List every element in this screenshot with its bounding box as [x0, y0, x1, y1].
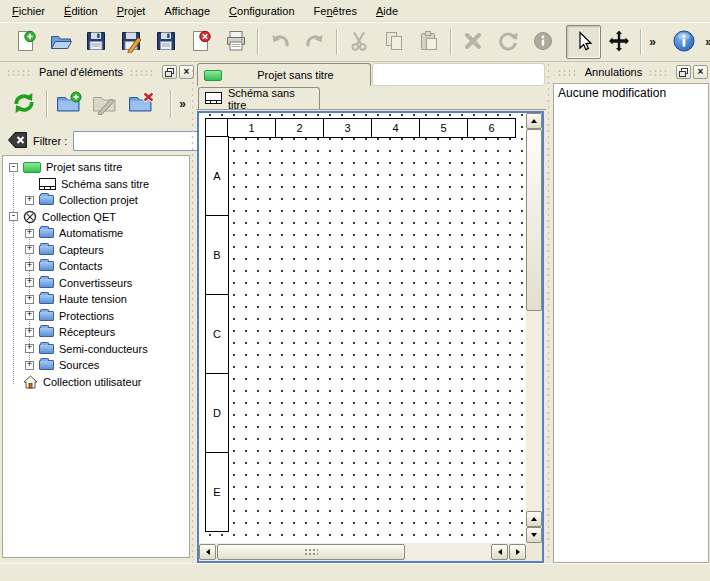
float-dock-button[interactable] — [676, 65, 691, 79]
menu-edition[interactable]: Édition — [56, 2, 106, 20]
float-dock-button[interactable] — [162, 65, 177, 79]
tree-item-convertisseurs[interactable]: + Convertisseurs — [3, 275, 189, 292]
undo-list-item[interactable]: Aucune modification — [554, 84, 708, 102]
tree-item-label: Contacts — [59, 260, 102, 272]
tab-schema-sans-titre[interactable]: Schéma sans titre — [198, 87, 320, 109]
tree-item-collection-qet[interactable]: - Collection QET — [3, 209, 189, 226]
vertical-scroll-thumb[interactable] — [526, 129, 542, 311]
schema-icon — [39, 178, 56, 190]
tab-projet-sans-titre[interactable]: Projet sans titre — [197, 63, 371, 86]
tree-item-protections[interactable]: + Protections — [3, 308, 189, 325]
scroll-up-button[interactable] — [526, 113, 542, 129]
expand-icon[interactable]: + — [25, 328, 34, 337]
expand-icon[interactable]: + — [25, 344, 34, 353]
new-category-button[interactable] — [51, 86, 87, 122]
redo-button[interactable] — [297, 25, 332, 59]
undo-icon — [268, 29, 292, 55]
menu-fichier[interactable]: Fichier — [4, 2, 53, 20]
horizontal-scrollbar[interactable] — [199, 543, 526, 561]
info-disabled-icon — [531, 29, 555, 55]
tree-item-automatisme[interactable]: + Automatisme — [3, 225, 189, 242]
undo-dock-title: Annulations — [583, 66, 645, 78]
info-button[interactable] — [525, 25, 560, 59]
delete-category-button[interactable] — [123, 86, 159, 122]
collapse-icon[interactable]: - — [9, 212, 18, 221]
row-headers: A B C D E — [205, 137, 229, 532]
delete-button[interactable] — [455, 25, 490, 59]
about-button[interactable] — [666, 25, 701, 59]
print-icon — [224, 29, 248, 55]
select-tool-button[interactable] — [566, 25, 601, 59]
elements-panel-dock: Panel d'éléments × » — [0, 62, 196, 563]
panel-overflow-button[interactable]: » — [175, 97, 190, 111]
scroll-up-button[interactable] — [526, 511, 542, 527]
new-project-button[interactable] — [8, 25, 43, 59]
tree-item-capteurs[interactable]: + Capteurs — [3, 242, 189, 259]
expand-icon[interactable]: + — [25, 245, 34, 254]
move-tool-button[interactable] — [601, 25, 636, 59]
toolbar-separator — [640, 29, 641, 55]
scroll-right-button[interactable] — [509, 544, 526, 560]
close-dock-button[interactable]: × — [693, 65, 708, 79]
scroll-left-button[interactable] — [491, 544, 508, 560]
edit-category-button[interactable] — [87, 86, 123, 122]
column-header: 4 — [371, 118, 420, 138]
close-file-button[interactable] — [183, 25, 218, 59]
about-icon — [671, 28, 697, 56]
toolbar-overflow-button[interactable]: » — [645, 35, 660, 49]
expand-icon[interactable]: + — [25, 278, 34, 287]
menu-fenetres[interactable]: Fenêtres — [306, 2, 365, 20]
vertical-scrollbar[interactable] — [526, 113, 542, 543]
menu-configuration[interactable]: Configuration — [221, 2, 302, 20]
filter-label: Filtrer : — [33, 135, 67, 147]
undo-button[interactable] — [262, 25, 297, 59]
expand-icon[interactable]: + — [25, 229, 34, 238]
print-button[interactable] — [218, 25, 253, 59]
folder-icon — [39, 195, 54, 205]
folder-icon — [39, 311, 54, 321]
tree-item-collection-projet[interactable]: + Collection projet — [3, 192, 189, 209]
tree-item-label: Capteurs — [59, 244, 104, 256]
expand-icon[interactable]: + — [25, 262, 34, 271]
horizontal-scroll-thumb[interactable] — [217, 544, 405, 560]
rotate-button[interactable] — [490, 25, 525, 59]
expand-icon[interactable]: + — [25, 361, 34, 370]
elements-panel-titlebar[interactable]: Panel d'éléments × — [2, 63, 194, 81]
tree-item-semi-conducteurs[interactable]: + Semi-conducteurs — [3, 341, 189, 358]
toolbar-overflow-button[interactable]: » — [701, 35, 710, 49]
schema-canvas[interactable]: 1 2 3 4 5 6 A B C D E — [199, 113, 526, 543]
cut-button[interactable] — [341, 25, 376, 59]
tree-item-haute-tension[interactable]: + Haute tension — [3, 291, 189, 308]
menu-projet[interactable]: Projet — [109, 2, 154, 20]
expand-icon[interactable]: + — [25, 196, 34, 205]
clear-filter-button[interactable] — [5, 131, 29, 151]
save-as-button[interactable] — [113, 25, 148, 59]
tree-item-collection-utilisateur[interactable]: Collection utilisateur — [3, 374, 189, 391]
elements-tree[interactable]: - Projet sans titre Schéma sans titre + … — [2, 155, 190, 558]
undo-dock-titlebar[interactable]: Annulations × — [553, 63, 708, 81]
tree-item-sources[interactable]: + Sources — [3, 357, 189, 374]
tree-item-projet-sans-titre[interactable]: - Projet sans titre — [3, 159, 189, 176]
collapse-icon[interactable]: - — [9, 163, 18, 172]
expand-icon[interactable]: + — [25, 295, 34, 304]
menu-aide[interactable]: Aide — [368, 2, 406, 20]
scroll-down-button[interactable] — [526, 527, 542, 543]
paste-button[interactable] — [411, 25, 446, 59]
undo-history-list[interactable]: Aucune modification — [553, 83, 709, 563]
tree-item-recepteurs[interactable]: + Récepteurs — [3, 324, 189, 341]
scroll-left-button[interactable] — [199, 544, 216, 560]
copy-button[interactable] — [376, 25, 411, 59]
reload-collections-button[interactable] — [6, 86, 42, 122]
menu-affichage[interactable]: Affichage — [156, 2, 218, 20]
tree-item-schema-sans-titre[interactable]: Schéma sans titre — [3, 176, 189, 193]
save-all-button[interactable] — [148, 25, 183, 59]
project-icon — [204, 70, 222, 81]
folder-icon — [39, 261, 54, 271]
folder-icon — [39, 294, 54, 304]
tree-item-label: Collection projet — [59, 194, 138, 206]
expand-icon[interactable]: + — [25, 311, 34, 320]
open-button[interactable] — [43, 25, 78, 59]
tree-item-contacts[interactable]: + Contacts — [3, 258, 189, 275]
left-splitter[interactable] — [190, 62, 195, 563]
save-button[interactable] — [78, 25, 113, 59]
